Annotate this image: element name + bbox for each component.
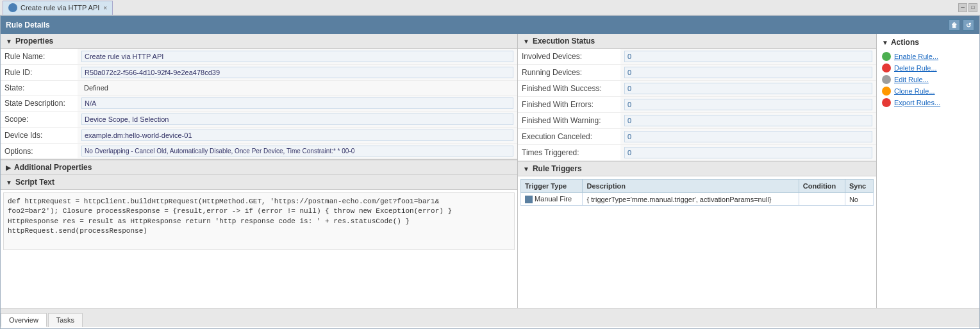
additional-properties-header[interactable]: ▶ Additional Properties <box>1 160 517 175</box>
exec-value-4: 0 <box>624 115 872 126</box>
exec-row-3: Finished With Errors:0 <box>518 97 876 113</box>
property-row-3: State Description:N/A <box>1 96 517 112</box>
action-item-1[interactable]: Delete Rule... <box>882 63 974 72</box>
property-label-2: State: <box>1 81 78 96</box>
actions-label: Actions <box>891 38 919 47</box>
exec-value-0: 0 <box>624 51 872 62</box>
property-label-6: Options: <box>1 144 78 159</box>
bottom-tab-1[interactable]: Tasks <box>48 313 83 327</box>
script-label: Script Text <box>15 178 54 187</box>
minimize-button[interactable]: ─ <box>958 3 967 12</box>
property-value-2: Defined <box>81 83 513 93</box>
property-label-3: State Description: <box>1 96 78 112</box>
properties-section: ▼ Properties Rule Name:Create rule via H… <box>1 34 517 160</box>
tab-icon <box>8 3 17 12</box>
property-value-4[interactable]: Device Scope, Id Selection <box>81 114 513 125</box>
bottom-tab-list: OverviewTasks <box>1 313 84 327</box>
property-value-0[interactable]: Create rule via HTTP API <box>81 51 513 62</box>
exec-arrow: ▼ <box>523 38 529 45</box>
action-label-2[interactable]: Edit Rule... <box>894 76 929 83</box>
actions-section-header: ▼ Actions <box>882 38 974 47</box>
action-item-4[interactable]: Export Rules... <box>882 98 974 107</box>
property-row-1: Rule ID:R50a072c2-f566-4d10-92f4-9e2ea47… <box>1 65 517 81</box>
panel-icon-delete[interactable]: 🗑 <box>949 19 960 31</box>
action-icon-2 <box>882 75 891 84</box>
property-value-5[interactable]: example.dm:hello-world-device-01 <box>81 130 513 141</box>
rule-details-panel: Rule Details 🗑 ↺ ▼ Properties Rule Name:… <box>0 15 980 329</box>
action-label-1[interactable]: Delete Rule... <box>894 64 937 72</box>
trigger-col-3: Sync <box>845 180 873 193</box>
script-code[interactable]: def httpRequest = httpClient.buildHttpRe… <box>3 192 515 250</box>
action-label-4[interactable]: Export Rules... <box>894 99 940 106</box>
exec-row-6: Times Triggered:0 <box>518 145 876 161</box>
exec-value-3: 0 <box>624 99 872 110</box>
trigger-sync-0: No <box>845 193 873 206</box>
triggers-label: Rule Triggers <box>533 164 582 173</box>
left-column: ▼ Properties Rule Name:Create rule via H… <box>1 34 518 308</box>
action-icon-4 <box>882 98 891 107</box>
panel-header: Rule Details 🗑 ↺ <box>1 16 979 34</box>
exec-label: Execution Status <box>533 37 595 46</box>
actions-column: ▼ Actions Enable Rule...Delete Rule...Ed… <box>877 34 979 308</box>
exec-label-5: Execution Canceled: <box>518 129 620 145</box>
trigger-condition-0 <box>799 193 845 206</box>
trigger-type-icon-0 <box>525 196 533 203</box>
panel-icon-refresh[interactable]: ↺ <box>963 19 974 31</box>
property-row-0: Rule Name:Create rule via HTTP API <box>1 49 517 65</box>
actions-list: Enable Rule...Delete Rule...Edit Rule...… <box>882 52 974 107</box>
action-item-3[interactable]: Clone Rule... <box>882 87 974 96</box>
window-controls: ─ □ <box>958 3 977 12</box>
triggers-arrow: ▼ <box>523 165 529 173</box>
properties-label: Properties <box>15 37 53 46</box>
trigger-col-1: Description <box>583 180 799 193</box>
action-item-0[interactable]: Enable Rule... <box>882 52 974 61</box>
trigger-type-0: Manual Fire <box>521 193 583 206</box>
exec-label-1: Running Devices: <box>518 65 620 81</box>
trigger-desc-0: { triggerType='mme.manual.trigger', acti… <box>583 193 799 206</box>
page-wrapper: Create rule via HTTP API × ─ □ Rule Deta… <box>0 0 980 329</box>
properties-section-header[interactable]: ▼ Properties <box>1 34 517 49</box>
property-value-1[interactable]: R50a072c2-f566-4d10-92f4-9e2ea478cd39 <box>81 67 513 78</box>
exec-label-4: Finished With Warning: <box>518 113 620 129</box>
exec-value-5: 0 <box>624 131 872 142</box>
action-item-2[interactable]: Edit Rule... <box>882 75 974 84</box>
script-text-section: ▼ Script Text def httpRequest = httpClie… <box>1 175 517 308</box>
panel-header-icons: 🗑 ↺ <box>949 19 974 31</box>
action-label-0[interactable]: Enable Rule... <box>894 53 938 60</box>
action-icon-1 <box>882 63 891 72</box>
tab-close-button[interactable]: × <box>103 4 107 12</box>
exec-label-2: Finished With Success: <box>518 81 620 97</box>
bottom-tabs: OverviewTasks <box>1 308 979 327</box>
exec-row-1: Running Devices:0 <box>518 65 876 81</box>
triggers-header-row: Trigger TypeDescriptionConditionSync <box>521 180 874 193</box>
properties-arrow: ▼ <box>6 38 12 45</box>
property-label-5: Device Ids: <box>1 128 78 144</box>
trigger-col-2: Condition <box>799 180 845 193</box>
property-value-6[interactable]: No Overlapping - Cancel Old, Automatical… <box>81 146 513 156</box>
exec-table: Involved Devices:0Running Devices:0Finis… <box>518 49 876 161</box>
tab-create-rule[interactable]: Create rule via HTTP API × <box>3 1 113 15</box>
action-icon-3 <box>882 87 891 96</box>
tab-label: Create rule via HTTP API <box>21 4 99 12</box>
property-label-4: Scope: <box>1 112 78 128</box>
exec-value-1: 0 <box>624 67 872 78</box>
exec-row-5: Execution Canceled:0 <box>518 129 876 145</box>
execution-status-header[interactable]: ▼ Execution Status <box>518 34 876 49</box>
actions-arrow: ▼ <box>882 39 888 46</box>
bottom-tab-0[interactable]: Overview <box>1 313 47 327</box>
triggers-section-header[interactable]: ▼ Rule Triggers <box>518 162 876 176</box>
additional-props-label: Additional Properties <box>14 163 92 172</box>
property-row-5: Device Ids:example.dm:hello-world-device… <box>1 128 517 144</box>
exec-row-0: Involved Devices:0 <box>518 49 876 65</box>
script-section-header[interactable]: ▼ Script Text <box>1 175 517 190</box>
exec-row-2: Finished With Success:0 <box>518 81 876 97</box>
action-label-3[interactable]: Clone Rule... <box>894 87 935 95</box>
action-icon-0 <box>882 52 891 61</box>
property-row-6: Options:No Overlapping - Cancel Old, Aut… <box>1 144 517 159</box>
property-row-2: State:Defined <box>1 81 517 96</box>
restore-button[interactable]: □ <box>968 3 977 12</box>
properties-table: Rule Name:Create rule via HTTP APIRule I… <box>1 49 517 159</box>
exec-label-0: Involved Devices: <box>518 49 620 65</box>
property-value-3[interactable]: N/A <box>81 97 513 109</box>
additional-props-arrow: ▶ <box>6 164 11 171</box>
